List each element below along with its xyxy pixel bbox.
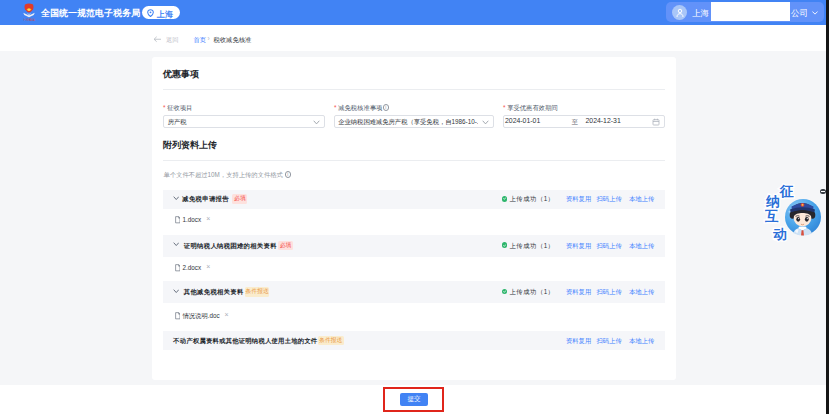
svg-text:上海税务: 上海税务	[22, 18, 36, 21]
